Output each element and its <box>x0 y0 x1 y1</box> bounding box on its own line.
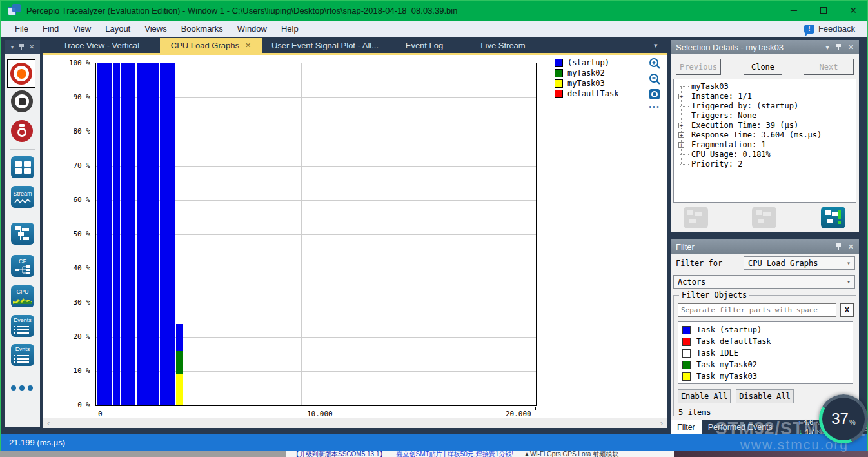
close-icon[interactable]: ✕ <box>848 243 854 251</box>
filter-task-task-mytask02[interactable]: Task myTask02 <box>678 359 853 371</box>
sidebar-record-button[interactable] <box>7 59 35 88</box>
menu-help[interactable]: Help <box>274 21 306 37</box>
x-axis-label: 20.000 <box>506 410 531 418</box>
menu-views[interactable]: Views <box>137 21 173 37</box>
clone-button[interactable]: Clone <box>744 59 782 75</box>
tab-label: Live Stream <box>480 41 525 50</box>
events-list-icon: Events <box>11 315 34 337</box>
tab-overflow-chevron-icon[interactable]: ▾ <box>654 41 658 50</box>
tab-live-stream[interactable]: Live Stream <box>460 38 546 53</box>
next-button[interactable]: Next <box>804 59 854 75</box>
record-icon <box>10 63 32 85</box>
menu-layout[interactable]: Layout <box>98 21 137 37</box>
tree-item-priority[interactable]: Priority: 2 <box>674 159 856 169</box>
maximize-button[interactable] <box>809 0 838 21</box>
sidebar-evnts-button[interactable]: Evnts <box>11 344 34 366</box>
sidebar-cpu-load-button[interactable]: CPU <box>11 285 34 307</box>
task-label: Task IDLE <box>696 349 738 358</box>
previous-button[interactable]: Previous <box>676 59 721 75</box>
menu-bookmarks[interactable]: Bookmarks <box>174 21 230 37</box>
tab-cpu-load-graphs[interactable]: CPU Load Graphs✕ <box>160 38 262 53</box>
sidebar-snapshot-button[interactable] <box>11 120 33 142</box>
tree-item-instance[interactable]: +Instance: 1/1 <box>674 92 856 101</box>
sidebar-more-button[interactable] <box>11 385 33 391</box>
filter-task-list: Task (startup)Task defaultTaskTask IDLET… <box>678 321 853 384</box>
chevron-down-icon[interactable]: ▾ <box>825 43 829 52</box>
zoom-out-icon[interactable] <box>649 73 661 88</box>
gridline <box>301 63 302 405</box>
bar-segment-startup <box>104 63 112 405</box>
sidebar-view-grid-button[interactable] <box>11 156 34 178</box>
tree-item-fragmentation[interactable]: +Fragmentation: 1 <box>674 140 856 150</box>
tree-item-triggered-by[interactable]: Triggered by: (startup) <box>674 101 856 111</box>
sidebar-stream-button[interactable]: Stream <box>11 186 34 208</box>
filter-search-input[interactable]: Separate filter parts with space <box>678 303 836 317</box>
filter-task-task-startup[interactable]: Task (startup) <box>678 324 853 336</box>
filter-for-dropdown[interactable]: CPU Load Graphs ▾ <box>744 256 855 270</box>
zoom-fit-icon[interactable] <box>649 88 660 103</box>
sidebar-events-button[interactable]: Events <box>11 315 34 337</box>
pin-icon[interactable] <box>836 43 842 51</box>
minimize-button[interactable]: ─ <box>779 0 809 21</box>
tree-item-response-time[interactable]: +Response Time: 3.604 (ms.µs) <box>674 130 856 140</box>
zoom-in-icon[interactable] <box>649 57 661 72</box>
show-in-trace-middle-icon[interactable] <box>752 207 776 228</box>
task-color-checkbox[interactable] <box>682 361 691 369</box>
task-color-checkbox[interactable] <box>682 349 691 358</box>
sidebar-communication-flow-button[interactable]: CF <box>11 255 34 277</box>
bar-segment-startup <box>152 63 159 405</box>
sidebar-stop-button[interactable] <box>11 90 33 112</box>
expand-icon[interactable]: + <box>678 94 684 99</box>
scroll-left-icon[interactable]: ‹ <box>47 418 50 428</box>
cpu-load-plot[interactable] <box>95 63 537 406</box>
show-in-trace-first-icon[interactable] <box>684 207 708 228</box>
y-axis-label: 60 % <box>44 196 90 204</box>
close-icon[interactable]: ✕ <box>29 44 34 50</box>
tree-item-triggers[interactable]: Triggers: None <box>674 111 856 121</box>
feedback-label: Feedback <box>818 24 855 34</box>
scroll-right-icon[interactable]: › <box>660 418 663 428</box>
clear-filter-button[interactable]: X <box>840 303 854 317</box>
menu-window[interactable]: Window <box>230 21 274 37</box>
tree-item-cpu-usage[interactable]: CPU Usage: 0.181% <box>674 150 856 159</box>
tab-user-event-signal-plot-all[interactable]: User Event Signal Plot - All... <box>262 38 388 53</box>
sidebar-trace-view-button[interactable] <box>11 223 34 245</box>
chart-horizontal-scrollbar[interactable]: ‹ › <box>43 418 667 428</box>
task-color-checkbox[interactable] <box>682 338 691 346</box>
tab-close-icon[interactable]: ✕ <box>245 41 251 50</box>
chart-more-options-icon[interactable]: ••• <box>649 103 660 110</box>
cpu-load-icon: CPU <box>11 285 34 307</box>
task-color-checkbox[interactable] <box>682 326 691 334</box>
expand-icon[interactable]: + <box>678 132 684 138</box>
filter-category-dropdown[interactable]: Actors ▾ <box>673 275 855 289</box>
show-in-trace-current-icon[interactable] <box>821 207 845 228</box>
feedback-button[interactable]: ! Feedback <box>804 24 868 34</box>
filter-task-task-mytask03[interactable]: Task myTask03 <box>678 371 853 382</box>
pin-icon[interactable] <box>836 243 842 250</box>
window-title: Percepio Tracealyzer (Evaluation Edition… <box>26 6 457 15</box>
legend-swatch <box>555 59 563 67</box>
tab-event-log[interactable]: Event Log <box>388 38 460 53</box>
dock-tab-filter[interactable]: Filter <box>671 420 702 434</box>
filter-task-task-defaulttask[interactable]: Task defaultTask <box>678 336 853 347</box>
window-controls: ─ ✕ <box>779 0 868 21</box>
enable-all-button[interactable]: Enable All <box>678 389 731 403</box>
y-axis-label: 0 % <box>44 401 90 409</box>
tree-item-mytask03[interactable]: myTask03 <box>674 82 856 92</box>
expand-icon[interactable]: + <box>678 123 684 128</box>
menu-find[interactable]: Find <box>35 21 66 37</box>
menu-file[interactable]: File <box>8 21 35 37</box>
y-axis-label: 10 % <box>44 367 90 375</box>
menu-view[interactable]: View <box>66 21 98 37</box>
pin-icon[interactable] <box>19 43 25 51</box>
disable-all-button[interactable]: Disable All <box>736 389 794 403</box>
task-color-checkbox[interactable] <box>682 372 691 381</box>
chevron-down-icon[interactable]: ▾ <box>11 44 14 50</box>
tab-trace-view-vertical[interactable]: Trace View - Vertical <box>43 38 160 53</box>
close-icon[interactable]: ✕ <box>848 43 854 52</box>
filter-task-task-idle[interactable]: Task IDLE <box>678 347 853 359</box>
expand-icon[interactable]: + <box>678 142 684 148</box>
tree-item-execution-time[interactable]: +Execution Time: 39 (µs) <box>674 121 856 130</box>
tab-label: User Event Signal Plot - All... <box>271 41 379 50</box>
close-button[interactable]: ✕ <box>838 0 868 21</box>
